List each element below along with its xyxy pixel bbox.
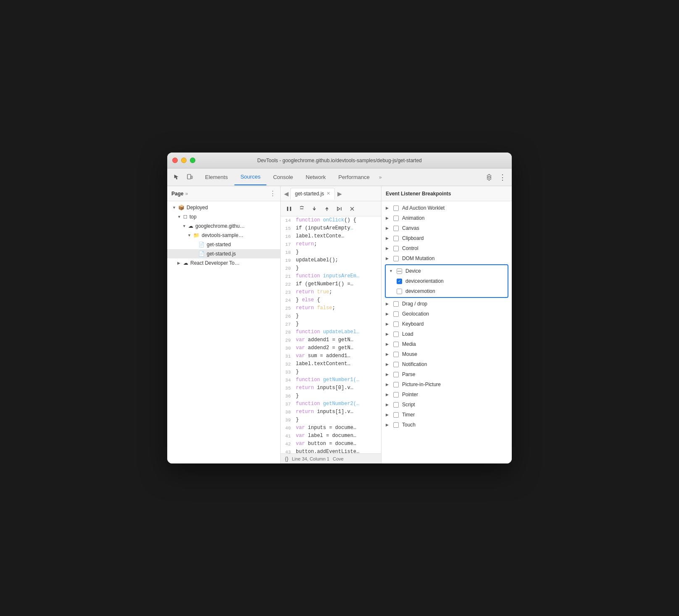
bp-item-clipboard[interactable]: ▶Clipboard [382,233,512,243]
bp-checkbox-script[interactable] [393,402,399,408]
bp-item-devicemotion[interactable]: devicemotion [386,286,508,296]
editor-prev-btn[interactable]: ◀ [284,190,289,197]
bp-checkbox-canvas[interactable] [393,226,399,231]
bp-arrow-picture-in-picture: ▶ [386,382,391,387]
bp-item-parse[interactable]: ▶Parse [382,369,512,379]
bp-item-ad-auction-worklet[interactable]: ▶Ad Auction Worklet [382,203,512,213]
bp-checkbox-animation[interactable] [393,216,399,221]
code-line: 15 if (inputsAreEmpty… [281,224,381,232]
tab-console[interactable]: Console [267,169,299,185]
bp-checkbox-ad-auction-worklet[interactable] [393,205,399,211]
editor-tab-file[interactable]: get-started.js ✕ [290,188,335,200]
bp-checkbox-picture-in-picture[interactable] [393,382,399,387]
bp-checkbox-geolocation[interactable] [393,311,399,317]
more-options-icon[interactable]: ⋮ [497,171,508,183]
tab-network[interactable]: Network [300,169,332,185]
bp-label-timer: Timer [402,412,415,418]
bp-arrow-ad-auction-worklet: ▶ [386,206,391,210]
tree-item-react[interactable]: ▶ ☁ React Developer To… [167,258,280,268]
bp-item-mouse[interactable]: ▶Mouse [382,349,512,359]
bp-checkbox-pointer[interactable] [393,392,399,398]
code-line: 20} [281,264,381,272]
bp-item-canvas[interactable]: ▶Canvas [382,223,512,233]
code-line: 39} [281,416,381,424]
bp-checkbox-keyboard[interactable] [393,321,399,327]
line-number: 28 [281,328,294,336]
tree-item-devtools-samples[interactable]: ▼ 📁 devtools-sample… [167,231,280,240]
bp-item-touch[interactable]: ▶Touch [382,420,512,430]
step-button[interactable] [334,204,345,214]
line-number: 42 [281,440,294,448]
line-number: 23 [281,288,294,296]
bp-checkbox-clipboard[interactable] [393,236,399,241]
editor-next-btn[interactable]: ▶ [337,190,342,197]
line-content: } [294,392,299,400]
bp-item-script[interactable]: ▶Script [382,400,512,410]
bp-checkbox-mouse[interactable] [393,352,399,357]
line-content: return inputs[0].v… [294,384,353,392]
bp-checkbox-parse[interactable] [393,372,399,377]
bp-item-pointer[interactable]: ▶Pointer [382,390,512,400]
bp-item-notification[interactable]: ▶Notification [382,359,512,369]
bp-checkbox-device[interactable] [397,269,402,274]
bp-item-animation[interactable]: ▶Animation [382,213,512,223]
bp-item-dom-mutation[interactable]: ▶DOM Mutation [382,253,512,263]
panel-menu-icon[interactable]: ⋮ [269,190,276,197]
bp-checkbox-touch[interactable] [393,422,399,428]
tree-item-deployed[interactable]: ▼ 📦 Deployed [167,203,280,212]
step-out-button[interactable] [322,204,332,214]
code-line: 24 } else { [281,296,381,304]
bp-checkbox-deviceorientation[interactable] [397,279,402,284]
format-icon[interactable]: {} [285,455,289,462]
more-tabs-button[interactable]: » [376,173,384,182]
bp-item-keyboard[interactable]: ▶Keyboard [382,319,512,329]
bp-checkbox-dom-mutation[interactable] [393,256,399,261]
tab-sources[interactable]: Sources [234,169,266,185]
tab-performance[interactable]: Performance [332,169,375,185]
bp-checkbox-control[interactable] [393,246,399,251]
bp-checkbox-timer[interactable] [393,412,399,418]
step-over-button[interactable] [297,204,307,214]
folder-icon-samples: 📁 [193,232,200,238]
bp-checkbox-devicemotion[interactable] [397,289,402,294]
code-line: 25 return false; [281,304,381,312]
bp-item-geolocation[interactable]: ▶Geolocation [382,309,512,319]
editor-close-btn[interactable]: ✕ [326,191,330,196]
bp-item-load[interactable]: ▶Load [382,329,512,339]
bp-item-deviceorientation[interactable]: deviceorientation [386,276,508,286]
bp-item-media[interactable]: ▶Media [382,339,512,349]
deactivate-button[interactable] [347,204,357,214]
close-button[interactable] [172,158,178,163]
bp-item-device[interactable]: ▼Device [386,266,508,276]
top-icon: ☐ [183,214,187,220]
tree-item-get-started-js[interactable]: 📄 get-started.js [167,249,280,258]
bp-label-animation: Animation [402,215,424,221]
tree-item-get-started[interactable]: 📄 get-started [167,240,280,249]
code-editor[interactable]: 14function onClick() {15 if (inputsAreEm… [281,216,381,453]
maximize-button[interactable] [190,158,195,163]
line-number: 38 [281,408,294,416]
bp-item-picture-in-picture[interactable]: ▶Picture-in-Picture [382,379,512,390]
bp-item-drag-drop[interactable]: ▶Drag / drop [382,299,512,309]
device-group: ▼Devicedeviceorientationdevicemotion [385,264,508,298]
bp-item-timer[interactable]: ▶Timer [382,410,512,420]
tree-item-top[interactable]: ▼ ☐ top [167,212,280,221]
bp-checkbox-media[interactable] [393,342,399,347]
bp-checkbox-notification[interactable] [393,362,399,367]
device-icon[interactable] [184,171,196,183]
settings-icon[interactable] [483,171,495,183]
tree-item-googlechrome[interactable]: ▼ ☁ googlechrome.githu… [167,221,280,231]
code-line: 41var label = documen… [281,432,381,440]
bp-checkbox-drag-drop[interactable] [393,301,399,307]
code-line: 36} [281,392,381,400]
panel-more[interactable]: » [185,191,188,197]
pause-button[interactable] [284,204,294,214]
step-into-button[interactable] [309,204,319,214]
line-number: 27 [281,320,294,328]
minimize-button[interactable] [181,158,187,163]
bp-item-control[interactable]: ▶Control [382,243,512,253]
tab-elements[interactable]: Elements [199,169,234,185]
cloud-icon-react: ☁ [183,260,188,266]
bp-checkbox-load[interactable] [393,332,399,337]
inspect-icon[interactable] [171,171,182,183]
